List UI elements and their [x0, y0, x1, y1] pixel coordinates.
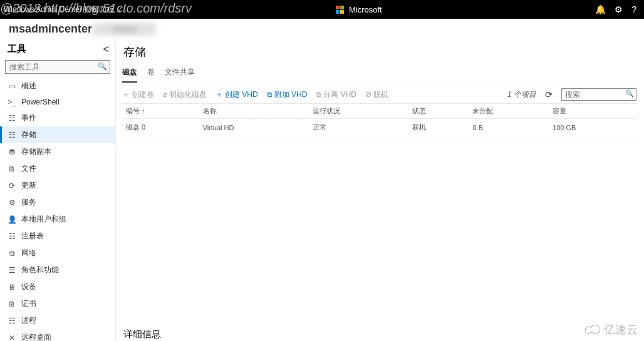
tabs: 磁盘卷文件共享 [122, 64, 636, 83]
tab-1[interactable]: 卷 [147, 64, 155, 83]
create-vhd-button[interactable]: ＋ 创建 VHD [216, 89, 258, 100]
col-status[interactable]: 状态 [408, 104, 469, 119]
sidebar-item-6[interactable]: ⟳更新 [0, 177, 115, 194]
nav-label: 概述 [21, 81, 36, 91]
microsoft-logo-icon [336, 6, 344, 14]
nav-label: 更新 [21, 180, 36, 191]
server-name-row: msadmincenterxxxx [0, 19, 644, 39]
nav-label: 证书 [21, 298, 36, 309]
search-tools-input[interactable] [5, 60, 110, 74]
nav-label: 进程 [21, 315, 36, 326]
sidebar-item-4[interactable]: ⛃存储副本 [0, 143, 115, 160]
nav-label: 文件 [21, 163, 36, 174]
topbar-breadcrumb[interactable]: Windows Admin Center 控制面板 ∨ [4, 4, 122, 15]
nav-icon: 🖥 [8, 283, 16, 292]
tools-nav: ▭概述>_PowerShell☷事件☷存储⛃存储副本🗎文件⟳更新⚙服务👤本地用户… [0, 78, 115, 341]
details-title: 详细信息 [122, 323, 636, 341]
cell-number: 磁盘 0 [122, 119, 199, 136]
col-name[interactable]: 名称 [199, 104, 309, 119]
nav-label: 事件 [21, 113, 36, 123]
sidebar-item-13[interactable]: 🗎证书 [0, 295, 115, 312]
refresh-button[interactable]: ⟳ [545, 89, 553, 99]
tab-0[interactable]: 磁盘 [122, 64, 137, 83]
sidebar-item-9[interactable]: ☷注册表 [0, 228, 115, 245]
content: 存储 磁盘卷文件共享 ＋ 创建卷 ⌀ 初始化磁盘 ＋ 创建 VHD ⧉ 附加 V… [116, 39, 644, 341]
disks-table: 编号 ↑ 名称 运行状况 状态 未分配 容量 磁盘 0Virtual HD正常联… [122, 103, 636, 136]
search-input[interactable] [561, 88, 636, 101]
cell-unallocated: 0 B [469, 119, 549, 136]
nav-icon: ⚙ [8, 198, 16, 207]
nav-label: PowerShell [21, 98, 60, 106]
nav-label: 存储副本 [21, 146, 51, 157]
cell-name: Virtual HD [199, 119, 309, 136]
col-number[interactable]: 编号 ↑ [122, 104, 199, 119]
nav-icon: 👤 [8, 215, 16, 224]
cell-capacity: 100 GB [549, 119, 636, 136]
col-health[interactable]: 运行状况 [309, 104, 408, 119]
sidebar: 工具 < 🔍 ▭概述>_PowerShell☷事件☷存储⛃存储副本🗎文件⟳更新⚙… [0, 39, 116, 341]
col-capacity[interactable]: 容量 [549, 104, 636, 119]
sidebar-item-3[interactable]: ☷存储 [0, 126, 115, 143]
nav-label: 服务 [21, 197, 36, 208]
nav-label: 设备 [21, 282, 36, 292]
help-icon[interactable]: ? [631, 4, 636, 14]
nav-icon: ⧉ [8, 249, 16, 258]
attach-vhd-button[interactable]: ⧉ 附加 VHD [267, 89, 308, 100]
nav-icon: ⟳ [8, 181, 16, 190]
tab-2[interactable]: 文件共享 [165, 64, 195, 83]
nav-icon: ☷ [8, 232, 16, 241]
notifications-icon[interactable]: 🔔 [595, 4, 606, 14]
sidebar-item-0[interactable]: ▭概述 [0, 78, 115, 94]
sidebar-item-12[interactable]: 🖥设备 [0, 278, 115, 295]
sidebar-item-10[interactable]: ⧉网络 [0, 245, 115, 262]
cell-status: 联机 [408, 119, 469, 136]
sidebar-item-7[interactable]: ⚙服务 [0, 194, 115, 211]
table-row[interactable]: 磁盘 0Virtual HD正常联机0 B100 GB [122, 119, 636, 136]
sidebar-item-14[interactable]: ☷进程 [0, 312, 115, 329]
nav-label: 远程桌面 [21, 332, 51, 341]
toolbar: ＋ 创建卷 ⌀ 初始化磁盘 ＋ 创建 VHD ⧉ 附加 VHD ⧉ 分离 VHD… [122, 86, 636, 103]
sidebar-item-8[interactable]: 👤本地用户和组 [0, 211, 115, 228]
nav-icon: ✕ [8, 333, 16, 342]
sidebar-item-5[interactable]: 🗎文件 [0, 160, 115, 177]
sidebar-item-11[interactable]: ☰角色和功能 [0, 262, 115, 278]
nav-icon: ☷ [8, 131, 16, 140]
tools-title: 工具 [8, 43, 26, 55]
server-name: msadmincenter [9, 23, 92, 36]
nav-icon: 🗎 [8, 165, 16, 173]
collapse-sidebar-icon[interactable]: < [103, 44, 109, 55]
settings-icon[interactable]: ⚙ [615, 4, 623, 14]
nav-label: 网络 [21, 248, 36, 258]
page-title: 存储 [123, 44, 636, 59]
initialize-disk-button[interactable]: ⌀ 初始化磁盘 [163, 89, 207, 100]
nav-label: 角色和功能 [21, 265, 59, 275]
sidebar-item-1[interactable]: >_PowerShell [0, 94, 115, 109]
nav-icon: ☰ [8, 266, 16, 275]
server-name-redacted: xxxx [93, 23, 156, 36]
nav-label: 存储 [21, 130, 36, 140]
nav-icon: ▭ [8, 82, 16, 91]
cell-health: 正常 [309, 119, 408, 136]
item-count: 1 个项目 [507, 89, 536, 100]
nav-icon: >_ [8, 98, 16, 106]
topbar-brand: Microsoft [122, 5, 595, 14]
nav-icon: 🗎 [8, 300, 16, 308]
nav-icon: ☷ [8, 317, 16, 325]
create-volume-button[interactable]: ＋ 创建卷 [122, 89, 154, 100]
col-unallocated[interactable]: 未分配 [469, 104, 549, 119]
nav-icon: ☷ [8, 114, 16, 123]
detach-vhd-button[interactable]: ⧉ 分离 VHD [316, 89, 356, 100]
sidebar-item-2[interactable]: ☷事件 [0, 109, 115, 126]
offline-button[interactable]: ⊘ 脱机 [365, 89, 388, 100]
topbar: Windows Admin Center 控制面板 ∨ Microsoft 🔔 … [0, 0, 644, 19]
sidebar-item-15[interactable]: ✕远程桌面 [0, 329, 115, 341]
nav-label: 注册表 [21, 231, 44, 242]
nav-icon: ⛃ [8, 148, 16, 156]
nav-label: 本地用户和组 [21, 214, 66, 225]
